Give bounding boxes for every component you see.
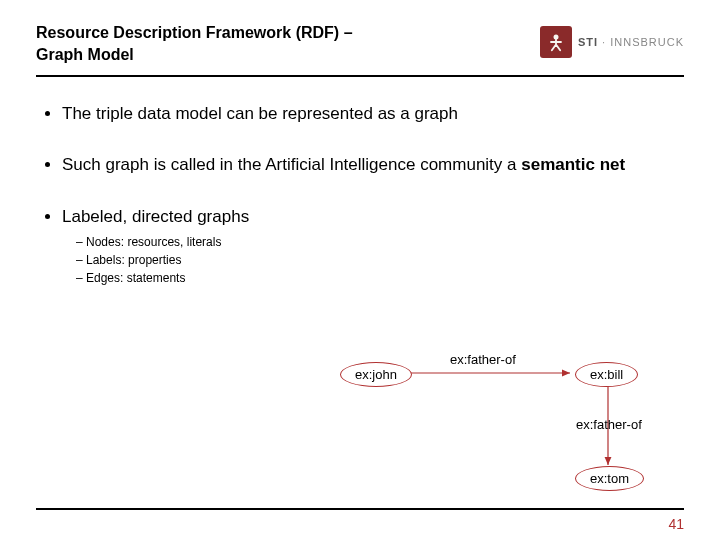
- logo-sub: INNSBRUCK: [610, 36, 684, 48]
- footer-rule: [36, 508, 684, 510]
- sub-bullet-nodes: Nodes: resources, literals: [76, 233, 684, 251]
- sub-term: Edges:: [86, 271, 123, 285]
- bullet-3: Labeled, directed graphs Nodes: resource…: [62, 206, 684, 287]
- bullet-2-bold: semantic net: [521, 155, 625, 174]
- bullet-3-text: Labeled, directed graphs: [62, 207, 249, 226]
- logo-icon: [540, 26, 572, 58]
- node-john: ex:john: [340, 362, 412, 387]
- sub-desc: statements: [123, 271, 185, 285]
- title-line-1: Resource Description Framework (RDF) –: [36, 24, 353, 41]
- sub-term: Labels:: [86, 253, 125, 267]
- sub-desc: resources, literals: [124, 235, 221, 249]
- sub-bullet-edges: Edges: statements: [76, 269, 684, 287]
- sub-term: Nodes:: [86, 235, 124, 249]
- slide-content: The triple data model can be represented…: [0, 77, 720, 287]
- sub-bullet-labels: Labels: properties: [76, 251, 684, 269]
- node-tom: ex:tom: [575, 466, 644, 491]
- bullet-2-text: Such graph is called in the Artificial I…: [62, 155, 521, 174]
- sub-bullet-list: Nodes: resources, literals Labels: prope…: [76, 233, 684, 287]
- node-bill: ex:bill: [575, 362, 638, 387]
- bullet-list: The triple data model can be represented…: [36, 103, 684, 287]
- page-number: 41: [668, 516, 684, 532]
- sub-desc: properties: [125, 253, 182, 267]
- edge-label-2: ex:father-of: [576, 417, 642, 432]
- bullet-2: Such graph is called in the Artificial I…: [62, 154, 684, 175]
- title-line-2: Graph Model: [36, 46, 134, 63]
- bullet-1: The triple data model can be represented…: [62, 103, 684, 124]
- slide-header: Resource Description Framework (RDF) – G…: [0, 0, 720, 73]
- edge-label-1: ex:father-of: [450, 352, 516, 367]
- logo-name: STI: [578, 36, 598, 48]
- logo-text: STI · INNSBRUCK: [578, 36, 684, 48]
- slide-title: Resource Description Framework (RDF) – G…: [36, 22, 353, 65]
- logo: STI · INNSBRUCK: [540, 26, 684, 58]
